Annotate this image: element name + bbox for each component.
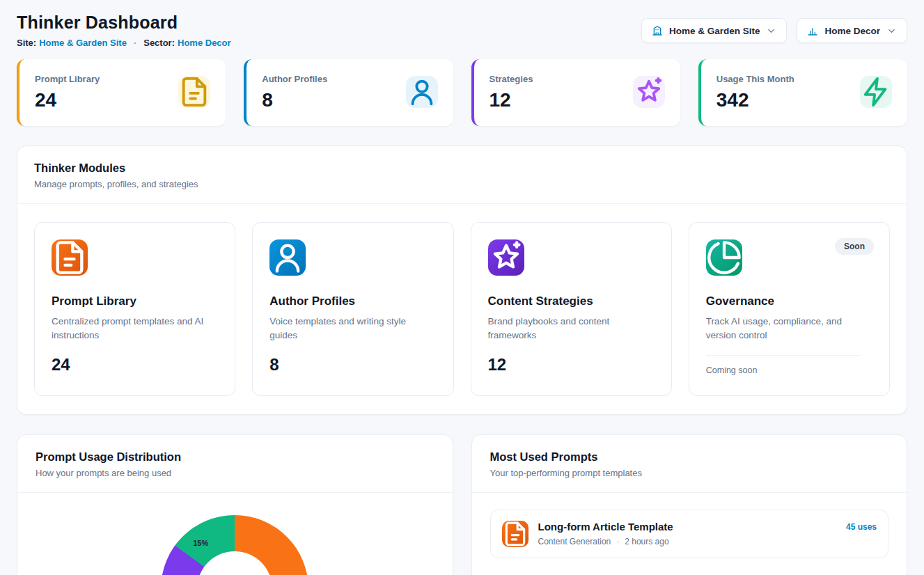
modules-grid: Prompt Library Centralized prompt templa… [17, 204, 907, 414]
prompt-category: Content Generation [538, 537, 611, 546]
usage-panel-title: Prompt Usage Distribution [36, 450, 434, 464]
breadcrumb: Site:Home & Garden Site·Sector:Home Deco… [17, 38, 231, 48]
stat-value: 12 [490, 89, 533, 111]
coming-soon-label: Coming soon [706, 365, 872, 375]
module-description: Voice templates and writing style guides [269, 315, 436, 343]
site-selector[interactable]: Home & Garden Site [641, 18, 788, 43]
stat-text: Prompt Library 24 [35, 74, 100, 111]
chevron-down-icon [766, 26, 776, 36]
stat-text: Usage This Month 342 [717, 74, 794, 111]
site-label: Site: [17, 38, 36, 48]
most-used-panel: Most Used Prompts Your top-performing pr… [471, 434, 908, 575]
document-icon [502, 521, 528, 547]
document-icon [52, 239, 88, 276]
sector-link[interactable]: Home Decor [178, 38, 231, 48]
prompt-item-text: Long-form Article Template Content Gener… [538, 521, 673, 546]
bar-chart-icon [807, 25, 818, 36]
usage-donut-chart: 15% [161, 515, 308, 575]
lightning-icon [860, 76, 892, 108]
module-description: Brand playbooks and content frameworks [488, 315, 655, 343]
site-selector-value: Home & Garden Site [669, 26, 760, 36]
usage-panel-subtitle: How your prompts are being used [36, 468, 434, 478]
stat-card-usage: Usage This Month 342 [698, 59, 907, 126]
module-title: Prompt Library [52, 294, 218, 308]
breadcrumb-separator: · [134, 38, 136, 48]
stat-text: Author Profiles 8 [262, 74, 327, 111]
stat-value: 342 [717, 89, 794, 111]
prompt-list-item[interactable]: Long-form Article Template Content Gener… [490, 510, 889, 558]
module-title: Governance [706, 294, 872, 308]
site-link[interactable]: Home & Garden Site [39, 38, 127, 48]
modules-subtitle: Manage prompts, profiles, and strategies [34, 179, 890, 189]
most-used-list: Long-form Article Template Content Gener… [472, 493, 907, 575]
header-left: Thinker Dashboard Site:Home & Garden Sit… [17, 13, 231, 48]
module-count: 24 [52, 355, 218, 375]
module-description: Centralized prompt templates and AI inst… [52, 315, 218, 343]
stat-label: Usage This Month [717, 74, 794, 84]
header: Thinker Dashboard Site:Home & Garden Sit… [17, 13, 907, 48]
prompt-uses-badge: 45 uses [846, 521, 877, 532]
most-used-title: Most Used Prompts [490, 450, 889, 464]
soon-badge: Soon [835, 238, 874, 255]
thinker-modules-section: Thinker Modules Manage prompts, profiles… [17, 145, 907, 415]
divider [706, 355, 859, 356]
building-icon [652, 25, 663, 36]
header-actions: Home & Garden Site Home Decor [641, 18, 907, 43]
sparkle-star-icon [633, 76, 665, 108]
prompt-item-meta: Content Generation·2 hours ago [538, 537, 673, 546]
sector-label: Sector: [143, 38, 175, 48]
stat-value: 24 [35, 89, 100, 111]
module-count: 8 [269, 355, 436, 375]
meta-separator: · [616, 537, 619, 546]
module-description: Track AI usage, compliance, and version … [706, 315, 872, 343]
modules-title: Thinker Modules [34, 162, 890, 175]
donut-segment-label: 15% [190, 539, 211, 547]
stats-row: Prompt Library 24 Author Profiles 8 Stra… [17, 59, 907, 126]
stat-label: Prompt Library [35, 74, 100, 84]
sector-selector[interactable]: Home Decor [797, 18, 907, 43]
sparkle-star-icon [488, 239, 524, 276]
module-count: 12 [488, 355, 655, 375]
chevron-down-icon [886, 26, 897, 36]
stat-text: Strategies 12 [490, 74, 533, 111]
prompt-item-title: Long-form Article Template [538, 521, 673, 533]
most-used-subtitle: Your top-performing prompt templates [490, 468, 889, 478]
stat-label: Author Profiles [262, 74, 327, 84]
prompt-time: 2 hours ago [625, 537, 668, 546]
sector-selector-value: Home Decor [824, 26, 880, 36]
module-title: Author Profiles [269, 294, 436, 308]
page-title: Thinker Dashboard [17, 13, 231, 33]
usage-chart-area: 15% [17, 493, 453, 575]
most-used-header: Most Used Prompts Your top-performing pr… [472, 435, 907, 492]
dashboard-page: Thinker Dashboard Site:Home & Garden Sit… [0, 0, 924, 575]
module-card-governance[interactable]: Soon Governance Track AI usage, complian… [689, 222, 890, 396]
usage-panel-header: Prompt Usage Distribution How your promp… [17, 435, 453, 492]
stat-value: 8 [262, 89, 327, 111]
user-icon [269, 239, 306, 276]
pie-chart-icon [706, 239, 742, 276]
module-title: Content Strategies [488, 294, 655, 308]
bottom-row: Prompt Usage Distribution How your promp… [17, 434, 907, 575]
module-card-prompt-library[interactable]: Prompt Library Centralized prompt templa… [34, 222, 235, 396]
modules-header: Thinker Modules Manage prompts, profiles… [17, 146, 907, 203]
document-icon [178, 76, 210, 108]
module-card-content-strategies[interactable]: Content Strategies Brand playbooks and c… [471, 222, 672, 396]
module-card-author-profiles[interactable]: Author Profiles Voice templates and writ… [252, 222, 453, 396]
prompt-usage-panel: Prompt Usage Distribution How your promp… [17, 434, 453, 575]
user-icon [406, 76, 438, 108]
stat-card-author-profiles: Author Profiles 8 [244, 59, 453, 126]
stat-label: Strategies [490, 74, 533, 84]
stat-card-strategies: Strategies 12 [471, 59, 680, 126]
stat-card-prompt-library: Prompt Library 24 [17, 59, 226, 126]
